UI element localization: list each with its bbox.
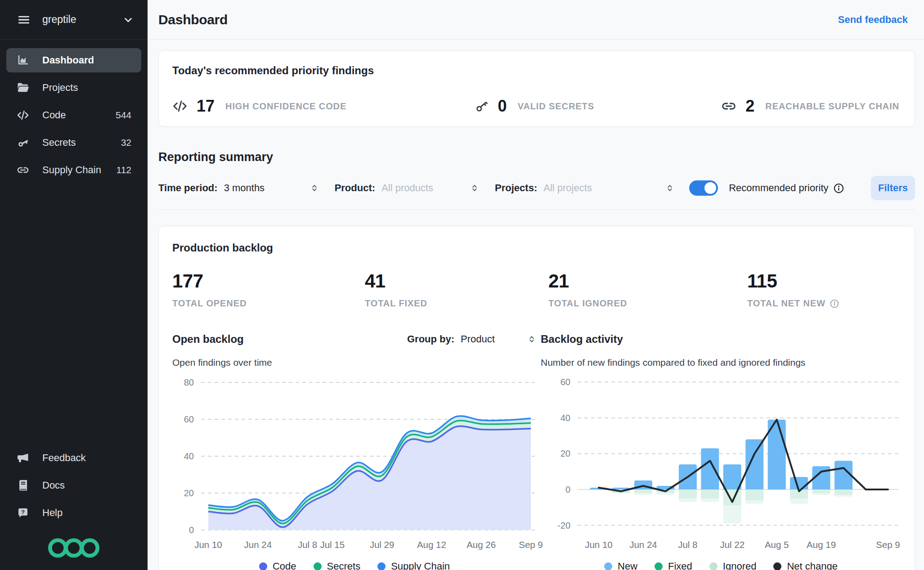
projects-filter: Projects: All projects — [495, 182, 675, 194]
folder-icon — [16, 81, 30, 94]
product-filter: Product: All products — [335, 182, 480, 194]
recommended-priority-toggle-group: Recommended priority — [689, 180, 844, 196]
svg-text:40: 40 — [561, 413, 570, 423]
sidebar-item-help[interactable]: ? Help — [6, 501, 141, 525]
time-period-label: Time period: — [158, 182, 218, 194]
legend-dot — [773, 562, 781, 570]
info-icon[interactable] — [830, 299, 839, 309]
sidebar-item-projects[interactable]: Projects — [6, 76, 141, 100]
group-by-label: Group by: — [407, 333, 454, 345]
time-period-select[interactable]: 3 months — [224, 182, 319, 194]
sidebar-item-count: 544 — [116, 110, 131, 121]
stat-label: TOTAL OPENED — [172, 298, 365, 309]
product-select[interactable]: All products — [381, 182, 480, 194]
priority-findings-card: Today's recommended priority findings 17… — [158, 50, 915, 127]
stat-value: 115 — [747, 270, 901, 292]
main-area: Dashboard Send feedback Today's recommen… — [148, 0, 924, 570]
page-title: Dashboard — [158, 12, 228, 27]
backlog-activity-legend: New Fixed Ignored — [541, 561, 901, 570]
workspace-switcher[interactable]: greptile — [0, 0, 148, 40]
send-feedback-link[interactable]: Send feedback — [838, 14, 908, 26]
legend-label: Fixed — [668, 561, 692, 570]
sidebar-item-label: Help — [42, 507, 63, 519]
svg-text:Jun 10: Jun 10 — [585, 539, 613, 550]
toggle-knob — [704, 182, 716, 194]
stat-high-confidence-code: 17 HIGH CONFIDENCE CODE — [172, 97, 346, 116]
legend-label: Supply Chain — [391, 561, 450, 570]
key-icon — [16, 136, 30, 149]
projects-value: All projects — [543, 182, 592, 194]
svg-text:Sep 9: Sep 9 — [876, 539, 900, 550]
sidebar-nav: Dashboard Projects Code 544 — [0, 40, 148, 185]
projects-label: Projects: — [495, 182, 537, 194]
stat-label: REACHABLE SUPPLY CHAIN — [765, 101, 899, 112]
sidebar-item-dashboard[interactable]: Dashboard — [6, 48, 141, 72]
stat-label: TOTAL NET NEW — [747, 298, 901, 309]
legend-dot — [259, 562, 267, 570]
stat-total-fixed: 41 TOTAL FIXED — [365, 270, 548, 309]
svg-text:Aug 19: Aug 19 — [807, 539, 836, 550]
unfold-chevrons-icon — [665, 183, 675, 193]
time-period-filter: Time period: 3 months — [158, 182, 319, 194]
info-icon[interactable] — [833, 183, 844, 194]
dashboard-chart-icon — [16, 54, 30, 67]
group-by-select[interactable]: Group by: Product — [407, 333, 537, 345]
svg-text:Aug 12: Aug 12 — [417, 539, 446, 550]
svg-text:0: 0 — [565, 485, 570, 494]
sidebar-item-secrets[interactable]: Secrets 32 — [6, 130, 141, 155]
link-icon — [721, 99, 736, 114]
svg-text:Jul 15: Jul 15 — [320, 539, 345, 550]
legend-item-net-change: Net change — [773, 561, 838, 570]
legend-item-code: Code — [259, 561, 296, 570]
stat-value: 2 — [745, 97, 754, 116]
menu-icon[interactable] — [17, 13, 31, 27]
priority-stats-row: 17 HIGH CONFIDENCE CODE 0 VALID SECRETS — [172, 97, 901, 116]
legend-dot — [604, 562, 612, 570]
svg-text:Jun 10: Jun 10 — [194, 539, 222, 550]
sidebar-item-supply-chain[interactable]: Supply Chain 112 — [6, 158, 141, 182]
legend-label: Ignored — [723, 561, 757, 570]
stat-value: 21 — [548, 270, 747, 292]
stat-total-opened: 177 TOTAL OPENED — [172, 270, 365, 309]
open-backlog-header: Open backlog Group by: Product — [172, 331, 537, 347]
stat-value: 177 — [172, 270, 365, 292]
legend-item-fixed: Fixed — [655, 561, 692, 570]
sidebar-item-label: Docs — [42, 480, 65, 491]
sidebar-item-code[interactable]: Code 544 — [6, 103, 141, 127]
recommended-priority-toggle[interactable] — [689, 180, 718, 196]
group-by-value: Product — [461, 333, 495, 345]
backlog-card-title: Production backlog — [172, 242, 901, 254]
sidebar-item-docs[interactable]: Docs — [6, 473, 141, 498]
chevron-down-icon — [122, 14, 134, 26]
sidebar: greptile Dashboard Projects — [0, 0, 148, 570]
open-backlog-legend: Code Secrets Supply Chain — [172, 561, 537, 570]
legend-item-new: New — [604, 561, 637, 570]
time-period-value: 3 months — [224, 182, 265, 194]
sidebar-item-feedback[interactable]: Feedback — [6, 446, 141, 470]
svg-text:60: 60 — [561, 377, 570, 387]
svg-text:80: 80 — [184, 377, 194, 387]
workspace-name: greptile — [42, 13, 76, 26]
stat-total-ignored: 21 TOTAL IGNORED — [548, 270, 747, 309]
backlog-activity-title: Backlog activity — [541, 333, 623, 346]
recommended-priority-label: Recommended priority — [729, 182, 828, 194]
stat-reachable-supply-chain: 2 REACHABLE SUPPLY CHAIN — [721, 97, 899, 116]
legend-item-supply-chain: Supply Chain — [377, 561, 450, 570]
legend-item-ignored: Ignored — [709, 561, 757, 570]
topbar: Dashboard Send feedback — [148, 0, 924, 40]
sidebar-item-count: 112 — [117, 165, 131, 175]
svg-text:Jul 29: Jul 29 — [370, 539, 395, 550]
projects-select[interactable]: All projects — [543, 182, 675, 194]
legend-dot — [377, 562, 386, 570]
stat-value: 41 — [365, 270, 548, 292]
content: Today's recommended priority findings 17… — [148, 40, 924, 570]
stat-label: TOTAL FIXED — [365, 298, 548, 309]
svg-text:60: 60 — [184, 414, 194, 424]
svg-text:40: 40 — [184, 451, 194, 461]
unfold-chevrons-icon — [527, 334, 537, 344]
svg-text:-20: -20 — [557, 521, 570, 530]
help-bubble-icon: ? — [16, 506, 30, 520]
app-root: greptile Dashboard Projects — [0, 0, 924, 570]
filters-button[interactable]: Filters — [871, 176, 915, 200]
stat-label: HIGH CONFIDENCE CODE — [225, 101, 346, 112]
